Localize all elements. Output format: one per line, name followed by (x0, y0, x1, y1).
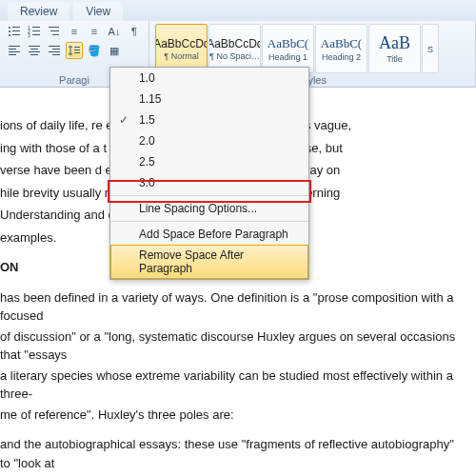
svg-rect-1 (12, 27, 20, 28)
style-name-label: ¶ Normal (164, 51, 198, 61)
svg-rect-24 (52, 49, 60, 50)
svg-rect-18 (9, 54, 16, 55)
remove-space-after[interactable]: Remove Space After Paragraph (110, 245, 308, 279)
svg-rect-21 (29, 51, 40, 52)
svg-rect-15 (9, 46, 20, 47)
svg-text:3: 3 (28, 32, 30, 38)
increase-indent-icon[interactable]: ≡ (86, 23, 103, 40)
svg-rect-16 (9, 49, 16, 50)
style-name-label: Heading 1 (268, 52, 307, 62)
svg-rect-25 (49, 51, 60, 52)
style-preview: AaBbC( (268, 36, 308, 51)
line-spacing-options[interactable]: Line Spacing Options... (110, 198, 308, 219)
svg-rect-20 (30, 49, 38, 50)
style-subtitle[interactable]: S (422, 24, 439, 73)
style-preview: AaBbCcDc (155, 37, 208, 50)
style-name-label: Title (387, 54, 403, 64)
svg-rect-27 (74, 47, 80, 48)
doc-line[interactable]: has been defined in a variety of ways. O… (0, 288, 463, 326)
svg-rect-12 (49, 27, 59, 28)
tab-view[interactable]: View (73, 2, 123, 21)
doc-line[interactable]: a literary species whose extreme variabi… (0, 367, 463, 404)
style-preview: AaBbCcDc (208, 37, 261, 50)
svg-rect-29 (74, 52, 80, 53)
svg-rect-17 (9, 51, 20, 52)
style-name-label: Heading 2 (322, 52, 361, 62)
shading-icon[interactable]: 🪣 (86, 42, 103, 59)
doc-line[interactable]: and the autobiographical essays: these u… (0, 435, 463, 472)
style-title[interactable]: AaB Title (368, 24, 421, 73)
numbering-icon[interactable]: 123 (26, 23, 43, 40)
svg-point-4 (9, 34, 10, 36)
spacing-2-5[interactable]: 2.5 (110, 151, 308, 172)
svg-rect-5 (12, 34, 20, 35)
spacing-2-0[interactable]: 2.0 (110, 130, 308, 151)
svg-rect-14 (52, 34, 59, 35)
svg-point-2 (9, 30, 10, 32)
add-space-before[interactable]: Add Space Before Paragraph (110, 224, 308, 245)
tab-review[interactable]: Review (8, 2, 69, 21)
align-center-icon[interactable] (26, 42, 43, 59)
svg-rect-19 (29, 46, 40, 47)
align-right-icon[interactable] (46, 42, 63, 59)
bullets-icon[interactable] (6, 23, 23, 40)
show-marks-icon[interactable]: ¶ (126, 23, 143, 40)
ribbon-tabs: Review View (0, 0, 476, 21)
svg-rect-9 (32, 30, 40, 31)
svg-rect-13 (50, 30, 59, 31)
spacing-1-5[interactable]: 1.5 (110, 109, 308, 130)
style-name-label: ¶ No Spaci… (209, 51, 260, 61)
svg-rect-23 (49, 46, 60, 47)
menu-separator (110, 195, 308, 196)
svg-rect-7 (32, 27, 40, 28)
menu-label: Remove Space After Paragraph (139, 248, 244, 275)
style-preview: AaB (379, 33, 410, 53)
svg-rect-11 (32, 34, 40, 35)
style-heading2[interactable]: AaBbC( Heading 2 (315, 24, 367, 73)
menu-separator (110, 221, 308, 222)
multilevel-list-icon[interactable] (46, 23, 63, 40)
style-name-label: S (427, 45, 433, 54)
spacing-3-0[interactable]: 3.0 (110, 172, 308, 193)
decrease-indent-icon[interactable]: ≡ (66, 23, 83, 40)
svg-rect-26 (52, 54, 60, 55)
align-left-icon[interactable] (6, 42, 23, 59)
spacing-1-15[interactable]: 1.15 (110, 89, 308, 109)
menu-label: Add Space Before Paragraph (139, 228, 288, 241)
line-spacing-button[interactable] (66, 42, 83, 59)
doc-line[interactable]: of discussion" or a "long, systematic di… (0, 327, 463, 365)
sort-icon[interactable]: A↓ (106, 23, 123, 40)
style-preview: AaBbC( (321, 36, 362, 51)
svg-point-0 (9, 27, 10, 29)
borders-icon[interactable]: ▦ (106, 42, 123, 59)
svg-rect-22 (30, 54, 38, 55)
svg-rect-28 (74, 50, 80, 50)
spacing-1-0[interactable]: 1.0 (110, 68, 308, 89)
doc-line[interactable]: me of reference". Huxley's three poles a… (0, 406, 463, 425)
svg-rect-3 (12, 30, 20, 31)
line-spacing-menu: 1.0 1.15 1.5 2.0 2.5 3.0 Line Spacing Op… (109, 67, 309, 280)
